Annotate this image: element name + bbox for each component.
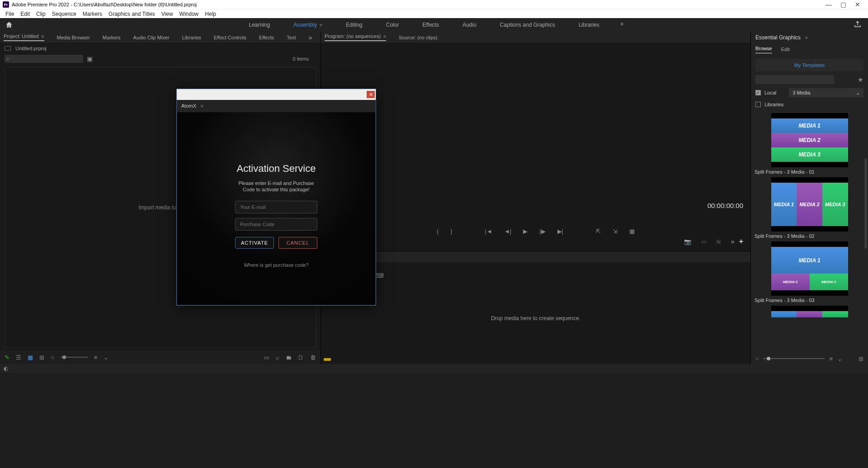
menu-file[interactable]: File bbox=[3, 11, 17, 17]
tab-markers[interactable]: Markers bbox=[103, 35, 121, 40]
project-search-input[interactable] bbox=[5, 55, 83, 63]
eg-tab-edit[interactable]: Edit bbox=[781, 47, 790, 52]
workspace-audio[interactable]: Audio bbox=[460, 20, 479, 30]
tab-libraries[interactable]: Libraries bbox=[182, 35, 201, 40]
clear-icon[interactable]: 🗑 bbox=[310, 354, 316, 361]
new-layer-icon[interactable]: ⊞ bbox=[859, 355, 863, 362]
export-frame-icon[interactable]: ▦ bbox=[629, 228, 635, 235]
lift-icon[interactable]: ⇱ bbox=[596, 228, 601, 235]
minimize-button[interactable]: ― bbox=[826, 1, 832, 8]
button-editor-overflow-icon[interactable]: » bbox=[731, 238, 735, 245]
window-title: Adobe Premiere Pro 2022 - C:\Users\Abolf… bbox=[12, 2, 826, 7]
quick-export-button[interactable] bbox=[852, 19, 863, 31]
close-button[interactable]: ✕ bbox=[854, 1, 861, 8]
menu-help[interactable]: Help bbox=[202, 11, 219, 17]
tab-project[interactable]: Project: Untitled≡ bbox=[4, 33, 44, 41]
menu-window[interactable]: Window bbox=[177, 11, 202, 17]
find-icon[interactable]: ⌕ bbox=[276, 354, 279, 361]
new-bin-icon[interactable]: ▣ bbox=[87, 55, 93, 62]
button-editor-plus-icon[interactable]: + bbox=[739, 237, 743, 246]
freeform-view-icon[interactable]: ⊞ bbox=[39, 354, 44, 361]
menu-clip[interactable]: Clip bbox=[33, 11, 48, 17]
thumbnail-zoom-slider[interactable] bbox=[61, 357, 88, 358]
maximize-button[interactable]: ▢ bbox=[840, 1, 846, 8]
workspace-color[interactable]: Color bbox=[383, 20, 402, 30]
favorites-icon[interactable]: ★ bbox=[858, 76, 863, 83]
list-view-icon[interactable]: ☰ bbox=[16, 354, 21, 361]
modal-title-bar[interactable]: ✕ bbox=[177, 89, 376, 100]
workspace-learning[interactable]: Learning bbox=[246, 20, 273, 30]
workspace-editing[interactable]: Editing bbox=[343, 20, 365, 30]
where-code-link[interactable]: Where is get purchase code? bbox=[244, 262, 308, 268]
template-item[interactable] bbox=[754, 306, 865, 319]
email-input[interactable] bbox=[235, 201, 317, 213]
hamburger-icon[interactable]: ≡ bbox=[805, 35, 808, 40]
sort-icon[interactable]: ≡ bbox=[94, 354, 98, 361]
menu-bar: File Edit Clip Sequence Markers Graphics… bbox=[0, 9, 868, 18]
local-checkbox[interactable]: ✓ bbox=[755, 90, 761, 95]
menu-sequence[interactable]: Sequence bbox=[49, 11, 79, 17]
fx-icon[interactable]: fx bbox=[717, 238, 721, 245]
my-templates-button[interactable]: My Templates bbox=[755, 59, 863, 71]
chevron-down-icon[interactable]: ⌄ bbox=[104, 354, 108, 361]
tab-effect-controls[interactable]: Effect Controls bbox=[214, 35, 246, 40]
tabs-overflow-icon[interactable]: » bbox=[308, 34, 312, 41]
tab-source[interactable]: Source: (no clips) bbox=[399, 35, 438, 40]
new-item-icon[interactable]: 🗋 bbox=[298, 354, 304, 361]
workspace-effects[interactable]: Effects bbox=[420, 20, 441, 30]
eg-zoom-slider[interactable] bbox=[763, 358, 825, 359]
template-thumbnail-partial bbox=[771, 306, 848, 317]
tab-media-browser[interactable]: Media Browser bbox=[57, 35, 90, 40]
activate-button[interactable]: ACTIVATE bbox=[235, 237, 274, 249]
libraries-checkbox[interactable] bbox=[755, 102, 761, 107]
timeline-timecode[interactable]: :00:00 bbox=[325, 264, 747, 271]
captions-icon[interactable]: ⌨ bbox=[375, 272, 384, 279]
step-forward-icon[interactable]: |▶ bbox=[539, 228, 545, 235]
step-back-icon[interactable]: ◄| bbox=[504, 228, 511, 235]
mark-out-icon[interactable]: } bbox=[450, 228, 452, 235]
tab-program[interactable]: Program: (no sequences)≡ bbox=[325, 33, 386, 41]
menu-edit[interactable]: Edit bbox=[18, 11, 33, 17]
template-item[interactable]: MEDIA 1 MEDIA 2 MEDIA 3 Split Frames - 3… bbox=[754, 177, 865, 239]
camera-icon[interactable]: 📷 bbox=[684, 238, 691, 245]
workspace-captions[interactable]: Captions and Graphics bbox=[497, 20, 558, 30]
writable-icon[interactable]: ✎ bbox=[5, 354, 9, 361]
menu-view[interactable]: View bbox=[159, 11, 176, 17]
menu-graphics[interactable]: Graphics and Titles bbox=[106, 11, 158, 17]
creative-cloud-icon[interactable]: ◐ bbox=[4, 365, 8, 372]
template-item[interactable]: MEDIA 1 MEDIA 2 MEDIA 3 Split Frames - 3… bbox=[754, 113, 865, 175]
purchase-code-input[interactable] bbox=[235, 218, 317, 231]
chevron-down-icon[interactable]: ⌄ bbox=[837, 355, 842, 362]
new-bin-btn-icon[interactable]: 🖿 bbox=[286, 354, 292, 361]
home-button[interactable] bbox=[5, 20, 14, 29]
workspace-assembly[interactable]: Assembly≡ bbox=[291, 20, 325, 30]
tab-text[interactable]: Text bbox=[287, 35, 296, 40]
sort-icon[interactable]: ≡ bbox=[829, 355, 833, 362]
eg-search-input[interactable] bbox=[755, 75, 834, 84]
automate-sequence-icon[interactable]: ▭ bbox=[264, 354, 269, 361]
cancel-button[interactable]: CANCEL bbox=[278, 237, 317, 249]
tab-effects[interactable]: Effects bbox=[259, 35, 274, 40]
eg-tab-browse[interactable]: Browse bbox=[755, 46, 772, 53]
modal-tab-atomx[interactable]: AtomX bbox=[181, 103, 196, 109]
mark-in-icon[interactable]: { bbox=[437, 228, 439, 235]
modal-close-button[interactable]: ✕ bbox=[367, 91, 375, 98]
media-filter-dropdown[interactable]: 3 Media⌄ bbox=[789, 88, 863, 97]
safe-margins-icon[interactable]: ▭ bbox=[701, 238, 707, 245]
tab-audio-clip-mixer[interactable]: Audio Clip Mixer bbox=[133, 35, 170, 40]
scrollbar[interactable] bbox=[864, 158, 867, 249]
icon-view-icon[interactable]: ▦ bbox=[28, 354, 33, 361]
main-area: Project: Untitled≡ Media Browser Markers… bbox=[0, 32, 868, 364]
program-scrubber[interactable] bbox=[328, 215, 743, 222]
timeline-drop-area[interactable]: Drop media here to create sequence. bbox=[321, 282, 750, 355]
workspace-overflow-icon[interactable]: » bbox=[620, 20, 624, 30]
menu-markers[interactable]: Markers bbox=[80, 11, 105, 17]
timeline-zoom-bar[interactable] bbox=[321, 355, 750, 364]
template-item[interactable]: MEDIA 1 MEDIA 2 MEDIA 3 Split Frames - 3… bbox=[754, 241, 865, 303]
go-to-in-icon[interactable]: |◄ bbox=[485, 228, 492, 235]
go-to-out-icon[interactable]: ▶| bbox=[557, 228, 563, 235]
hamburger-icon[interactable]: ≡ bbox=[201, 104, 203, 109]
workspace-libraries[interactable]: Libraries bbox=[576, 20, 602, 30]
play-icon[interactable]: ▶ bbox=[523, 228, 528, 235]
extract-icon[interactable]: ⇲ bbox=[613, 228, 618, 235]
